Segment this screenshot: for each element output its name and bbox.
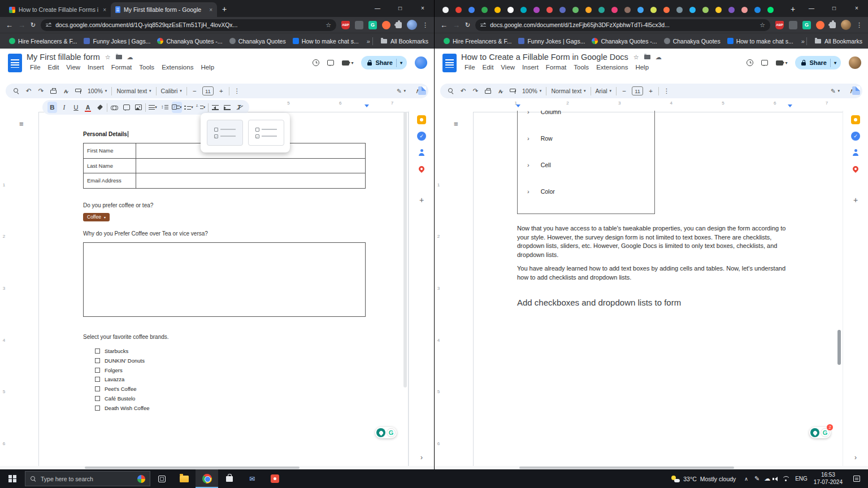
paint-format-button[interactable] [73,85,83,97]
volume-icon[interactable] [775,477,778,481]
close-button[interactable]: × [845,0,868,16]
pen-icon[interactable]: ✎ [754,476,760,482]
menu-item[interactable]: Edit [45,63,63,71]
editing-mode-select[interactable]: ✎▾ [829,88,841,94]
table-property-row[interactable]: › Row [518,125,654,151]
bold-button[interactable]: B [47,102,57,113]
menu-item[interactable]: Extensions [593,63,631,71]
scrollbar-thumb[interactable] [85,467,300,469]
browser-tab[interactable] [556,3,569,17]
form-table-row[interactable]: Last Name [84,159,365,174]
google-maps-icon[interactable] [851,164,860,173]
document-page[interactable]: Personal Details First Name Last Name Em… [38,112,409,466]
font-size-value[interactable]: 11 [202,86,214,95]
browser-tab[interactable] [608,3,621,17]
get-addons-icon[interactable]: + [417,195,426,204]
google-keep-icon[interactable] [851,115,860,124]
bookmark-item[interactable]: Chanakya Quotes [226,37,289,46]
chrome-taskbar-button[interactable] [196,469,218,488]
close-button[interactable]: × [411,0,434,16]
answer-text-box[interactable] [83,242,366,317]
site-info-icon[interactable] [46,23,51,27]
underline-button[interactable]: U [71,102,81,113]
doc-checklist-item[interactable]: Peet's Coffee [95,384,364,394]
extension-icon[interactable] [789,21,797,29]
extensions-menu-icon[interactable] [396,22,402,28]
browser-tab[interactable] [673,3,686,17]
document-title[interactable]: How to Create a Fillable Form in Google … [461,53,628,62]
file-explorer-button[interactable] [173,469,196,488]
browser-profile-avatar[interactable] [407,20,417,30]
bookmark-star-icon[interactable]: ☆ [760,21,765,29]
browser-tab[interactable] [621,3,634,17]
search-menus-button[interactable] [446,85,455,97]
text-color-button[interactable]: A [83,102,93,113]
comments-button[interactable] [761,60,768,66]
all-bookmarks-button[interactable]: All Bookmarks [806,37,862,45]
star-document-icon[interactable]: ☆ [633,54,639,61]
browser-tab[interactable] [595,3,608,17]
extensions-menu-icon[interactable] [830,22,836,28]
side-panel-icon[interactable] [852,86,860,95]
decrease-indent-button[interactable] [211,102,220,113]
browser-tab[interactable] [686,3,699,17]
google-docs-logo[interactable] [8,54,22,72]
menu-item[interactable]: Insert [84,63,107,71]
font-select[interactable]: Calibri▾ [159,88,184,94]
back-button[interactable]: ← [6,21,13,29]
font-size-decrease[interactable]: − [619,85,629,97]
browser-tab[interactable] [660,3,673,17]
refresh-button[interactable]: ↻ [465,22,470,28]
bookmark-star-icon[interactable]: ☆ [326,21,331,29]
checklist-option-default[interactable]: ✓ [207,120,243,146]
move-folder-icon[interactable] [644,55,650,59]
vertical-scrollbar[interactable] [836,111,842,466]
search-menus-button[interactable] [11,85,21,97]
share-menu-caret[interactable]: ▾ [830,59,837,67]
browser-tab[interactable] [751,3,764,17]
maximize-button[interactable]: □ [823,0,845,16]
add-comment-button[interactable] [121,102,131,113]
italic-button[interactable]: I [59,102,69,113]
doc-checklist-item[interactable]: Starbucks [95,346,364,356]
font-size-value[interactable]: 11 [632,86,643,95]
table-property-row[interactable]: › Cell [518,151,654,178]
task-view-button[interactable] [150,469,173,488]
browser-menu-icon[interactable]: ⋮ [856,22,862,28]
right-indent-marker[interactable] [788,104,792,110]
browser-tab[interactable] [569,3,582,17]
weather-widget[interactable]: 33°C Mostly cloudy [669,476,738,482]
undo-button[interactable]: ↶ [458,85,468,97]
site-info-icon[interactable] [480,23,486,27]
menu-item[interactable]: Help [632,63,652,71]
search-highlights-icon[interactable] [137,475,145,483]
google-tasks-icon[interactable]: ✓ [851,132,860,141]
zoom-select[interactable]: 100%▾ [520,88,543,94]
doc-checklist-item[interactable]: Lavazza [95,374,364,384]
maximize-button[interactable]: □ [389,0,411,16]
extension-icon[interactable] [382,21,390,29]
adblock-extension-icon[interactable]: ABP [341,21,350,29]
chevron-right-icon[interactable]: › [527,135,530,142]
editing-mode-select[interactable]: ✎▾ [395,88,407,94]
menu-item[interactable]: Format [108,63,135,71]
google-contacts-icon[interactable] [417,148,426,157]
browser-tab[interactable] [478,3,491,17]
minimize-button[interactable]: — [366,0,389,16]
browser-tab[interactable] [634,3,647,17]
numbered-list-button[interactable]: ▾ [196,102,206,113]
taskbar-clock[interactable]: 16:53 17-07-2024 [814,472,843,486]
language-indicator[interactable]: ENG [795,476,808,482]
scrollbar-thumb[interactable] [403,112,407,387]
browser-tab[interactable] [764,3,777,17]
store-taskbar-button[interactable] [218,469,241,488]
checkbox-icon[interactable] [95,348,100,354]
clear-formatting-button[interactable]: T [235,102,244,113]
google-contacts-icon[interactable] [851,148,860,157]
undo-button[interactable]: ↶ [24,85,33,97]
checkbox-icon[interactable] [95,386,100,391]
menu-item[interactable]: Help [197,63,218,71]
document-title[interactable]: My First fillable form [27,53,100,62]
forward-button[interactable]: → [18,21,25,29]
extension-icon[interactable] [355,21,363,29]
